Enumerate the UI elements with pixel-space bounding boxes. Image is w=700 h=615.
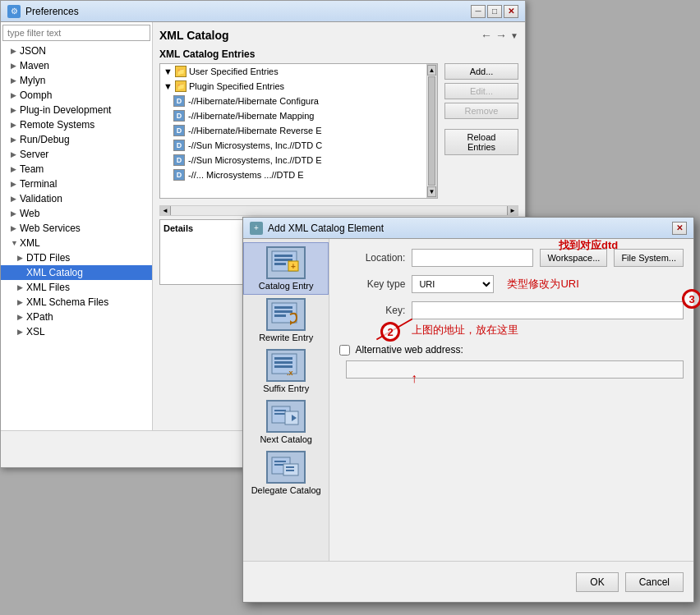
alt-web-input-container	[346, 360, 684, 379]
key-row: Key:	[339, 301, 684, 319]
folder-expand-icon: ▼	[163, 67, 173, 76]
scroll-up-btn[interactable]: ▲	[427, 65, 436, 76]
sidebar-item-dtd[interactable]: ▶ DTD Files	[1, 250, 152, 265]
delegate-catalog-svg	[270, 454, 302, 480]
sidebar-item-xml-files[interactable]: ▶ XML Files	[1, 280, 152, 295]
svg-rect-3	[274, 263, 286, 265]
filter-input[interactable]	[2, 25, 150, 41]
location-row: Location: Workspace... File System...	[339, 249, 684, 267]
sidebar-label-team: Team	[20, 163, 44, 175]
sidebar-label-xmlcatalog: XML Catalog	[26, 267, 83, 278]
sidebar-item-webservices[interactable]: ▶ Web Services	[1, 221, 152, 236]
cancel-button[interactable]: Cancel	[625, 572, 684, 592]
sidebar-label-xmlfiles: XML Files	[26, 282, 70, 293]
sidebar-item-plugin-dev[interactable]: ▶ Plug-in Development	[1, 103, 152, 117]
location-input[interactable]	[412, 249, 533, 267]
sidebar-item-web[interactable]: ▶ Web	[1, 206, 152, 221]
sidebar-item-xsl[interactable]: ▶ XSL	[1, 324, 152, 339]
entry-sun-dtd-c[interactable]: D -//Sun Microsystems, Inc.//DTD C	[160, 138, 426, 153]
edit-button[interactable]: Edit...	[444, 83, 518, 99]
sidebar-item-validation[interactable]: ▶ Validation	[1, 191, 152, 206]
entry-type-suffix[interactable]: .x Suffix Entry	[243, 346, 329, 397]
dialog-title: Add XML Catalog Element	[268, 223, 384, 234]
sidebar-label-terminal: Terminal	[20, 178, 57, 190]
remove-button[interactable]: Remove	[444, 103, 518, 119]
sidebar-label-json: JSON	[20, 45, 46, 57]
entry-user-specified[interactable]: ▼ 📁 User Specified Entries	[160, 64, 426, 79]
key-type-row: Key type URI Public ID System ID 类型修改为UR…	[339, 275, 684, 293]
d-icon-2: D	[173, 110, 185, 122]
alt-web-checkbox[interactable]	[339, 345, 350, 356]
alt-web-checkbox-row: Alternative web address:	[339, 344, 684, 356]
entry-plugin-specified[interactable]: ▼ 📁 Plugin Specified Entries	[160, 79, 426, 94]
maximize-button[interactable]: □	[487, 5, 502, 18]
svg-rect-9	[274, 314, 286, 317]
nav-forward-button[interactable]: →	[495, 29, 507, 42]
key-type-hint: 类型修改为URI	[507, 277, 578, 291]
sidebar-item-xml-schema[interactable]: ▶ XML Schema Files	[1, 295, 152, 310]
sidebar-item-xpath[interactable]: ▶ XPath	[1, 310, 152, 324]
rewrite-entry-svg	[270, 301, 302, 328]
key-type-select[interactable]: URI Public ID System ID	[412, 275, 494, 293]
entry-hibernate-reverse[interactable]: D -//Hibernate/Hibernate Reverse E	[160, 123, 426, 138]
entry-sun-dtd-more[interactable]: D -//... Microsystems ...//DTD E	[160, 168, 426, 182]
sidebar-item-run[interactable]: ▶ Run/Debug	[1, 132, 152, 147]
entries-scrollbar[interactable]: ▲ ▼	[426, 64, 437, 198]
user-entries-label: User Specified Entries	[189, 67, 279, 76]
entry-hibernate-config[interactable]: D -//Hibernate/Hibernate Configura	[160, 94, 426, 108]
h-scroll-left[interactable]: ◄	[160, 206, 171, 215]
key-input[interactable]	[412, 301, 684, 319]
arrow-run: ▶	[11, 135, 17, 144]
reload-button[interactable]: Reload Entries	[444, 129, 518, 155]
delegate-catalog-label: Delegate Catalog	[251, 485, 321, 495]
add-button[interactable]: Add...	[444, 63, 518, 80]
arrow-xsl: ▶	[17, 328, 24, 336]
sidebar-label-oomph: Oomph	[20, 89, 52, 101]
scroll-down-btn[interactable]: ▼	[427, 186, 436, 197]
d-icon-1: D	[173, 95, 185, 107]
plugin-expand-icon: ▼	[163, 81, 173, 91]
workspace-button[interactable]: Workspace...	[540, 249, 607, 267]
arrow-terminal: ▶	[11, 180, 17, 188]
sidebar-item-team[interactable]: ▶ Team	[1, 162, 152, 177]
sidebar-item-mylyn[interactable]: ▶ Mylyn	[1, 73, 152, 88]
scroll-thumb[interactable]	[428, 76, 435, 186]
ok-button[interactable]: OK	[576, 572, 618, 592]
close-button[interactable]: ✕	[504, 5, 518, 18]
dialog-icon: +	[250, 222, 263, 235]
entry-type-next[interactable]: Next Catalog	[243, 397, 329, 447]
next-catalog-label: Next Catalog	[260, 434, 312, 444]
next-catalog-icon	[266, 400, 306, 433]
entry-type-delegate[interactable]: Delegate Catalog	[243, 447, 329, 498]
dialog-close-button[interactable]: ✕	[672, 222, 687, 235]
location-label: Location:	[339, 252, 405, 264]
nav-back-button[interactable]: ←	[481, 29, 492, 42]
suffix-entry-svg: .x	[270, 352, 302, 379]
plugin-entries-label: Plugin Specified Entries	[189, 81, 284, 91]
arrow-oomph: ▶	[11, 91, 17, 99]
h-scroll-right[interactable]: ►	[507, 206, 518, 215]
file-system-button[interactable]: File System...	[614, 249, 684, 267]
minimize-button[interactable]: ─	[471, 5, 486, 18]
arrow-plugin: ▶	[11, 106, 17, 114]
sidebar-item-remote[interactable]: ▶ Remote Systems	[1, 117, 152, 132]
entry-type-rewrite[interactable]: Rewrite Entry	[243, 295, 329, 346]
nav-dropdown-arrow[interactable]: ▼	[510, 31, 518, 40]
entry-type-catalog[interactable]: + Catalog Entry	[243, 242, 329, 295]
entry-hibernate-mapping[interactable]: D -//Hibernate/Hibernate Mapping	[160, 108, 426, 123]
sidebar-item-server[interactable]: ▶ Server	[1, 147, 152, 162]
svg-rect-13	[274, 361, 292, 364]
h-scrollbar[interactable]: ◄ ►	[159, 205, 518, 216]
sidebar-item-terminal[interactable]: ▶ Terminal	[1, 177, 152, 191]
sidebar-item-oomph[interactable]: ▶ Oomph	[1, 88, 152, 103]
h-scroll-track[interactable]	[171, 206, 507, 215]
titlebar-buttons: ─ □ ✕	[471, 5, 518, 18]
sidebar-item-xml-catalog[interactable]: XML Catalog	[1, 265, 152, 280]
alt-web-input[interactable]	[346, 360, 684, 379]
sidebar-item-xml[interactable]: ▼ XML	[1, 236, 152, 250]
entry-sun-dtd-e[interactable]: D -//Sun Microsystems, Inc.//DTD E	[160, 153, 426, 168]
sidebar-item-json[interactable]: ▶ JSON	[1, 44, 152, 58]
key-label: Key:	[339, 305, 405, 316]
sidebar-item-maven[interactable]: ▶ Maven	[1, 58, 152, 73]
action-buttons: Add... Edit... Remove Reload Entries	[444, 63, 518, 199]
